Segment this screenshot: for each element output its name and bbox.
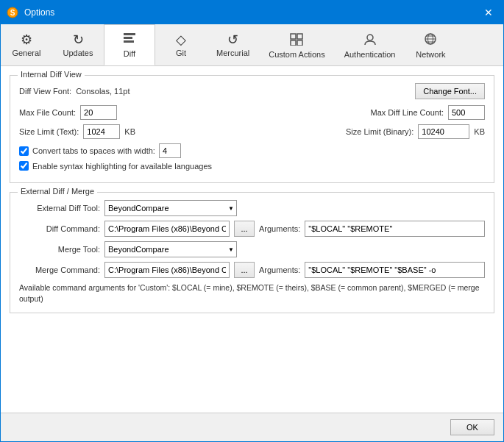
merge-command-label: Merge Command: <box>19 265 100 274</box>
font-label: Diff View Font: <box>19 87 71 96</box>
diff-command-browse-button[interactable]: ... <box>234 221 255 237</box>
font-value: Consolas, 11pt <box>76 87 129 96</box>
max-diff-line-label: Max Diff Line Count: <box>371 108 444 117</box>
diff-icon <box>122 32 137 47</box>
svg-rect-8 <box>297 40 302 46</box>
internal-diff-section: Internal Diff View Diff View Font: Conso… <box>10 75 494 183</box>
ok-button[interactable]: OK <box>450 419 494 435</box>
syntax-highlight-label: Enable syntax highlighting for available… <box>32 162 212 171</box>
size-limit-binary-input[interactable] <box>418 124 469 139</box>
convert-tabs-label: Convert tabs to spaces with width: <box>32 146 155 155</box>
tab-custom-actions[interactable]: Custom Actions <box>259 24 334 65</box>
app-icon: S <box>7 7 18 18</box>
content-area: Internal Diff View Diff View Font: Conso… <box>1 66 503 413</box>
network-icon <box>423 32 438 48</box>
tab-network[interactable]: Network <box>405 24 456 65</box>
tab-diff[interactable]: Diff <box>104 24 155 65</box>
git-icon: ◇ <box>176 33 186 46</box>
svg-rect-2 <box>124 33 135 35</box>
merge-arguments-label: Arguments: <box>259 265 300 274</box>
mercurial-icon: ↺ <box>227 33 238 46</box>
tab-mercurial[interactable]: ↺ Mercurial <box>207 24 259 65</box>
font-row: Diff View Font: Consolas, 11pt Change Fo… <box>19 83 485 99</box>
merge-arguments-input[interactable] <box>305 262 485 278</box>
tab-authentication-label: Authentication <box>344 50 396 59</box>
diff-command-row: Diff Command: ... Arguments: <box>19 221 485 237</box>
external-diff-title: External Diff / Merge <box>18 187 97 196</box>
footer: OK <box>1 413 503 441</box>
merge-tool-select[interactable]: BeyondCompare <box>104 241 237 257</box>
tab-network-label: Network <box>416 50 445 59</box>
diff-tool-dropdown-wrapper: BeyondCompare ▼ <box>104 200 237 216</box>
counts-row: Max File Count: Max Diff Line Count: <box>19 105 485 120</box>
size-limit-binary-unit: KB <box>474 127 485 136</box>
tab-diff-label: Diff <box>124 49 135 58</box>
tab-git-label: Git <box>176 49 186 57</box>
convert-tabs-checkbox[interactable] <box>19 146 29 156</box>
diff-arguments-input[interactable] <box>305 221 485 237</box>
svg-rect-3 <box>124 37 132 39</box>
diff-tool-label: External Diff Tool: <box>19 204 100 213</box>
tab-git[interactable]: ◇ Git <box>155 24 207 65</box>
title-bar: S Options ✕ <box>1 1 503 24</box>
tab-general[interactable]: ⚙ General <box>1 24 52 65</box>
custom-actions-icon <box>289 32 304 48</box>
syntax-highlight-checkbox[interactable] <box>19 161 29 171</box>
size-limit-text-unit: KB <box>124 127 135 136</box>
merge-command-browse-button[interactable]: ... <box>234 262 255 278</box>
tab-updates[interactable]: ↻ Updates <box>52 24 104 65</box>
authentication-icon <box>363 32 377 48</box>
size-limits-row: Size Limit (Text): KB Size Limit (Binary… <box>19 124 485 139</box>
size-limit-text-label: Size Limit (Text): <box>19 127 79 136</box>
diff-tool-row: External Diff Tool: BeyondCompare ▼ <box>19 200 485 216</box>
merge-command-input[interactable] <box>104 262 230 278</box>
tab-authentication[interactable]: Authentication <box>335 24 405 65</box>
hint-text: Available command arguments for 'Custom'… <box>19 282 485 304</box>
tab-general-label: General <box>12 49 40 57</box>
tabs-width-input[interactable] <box>159 143 181 158</box>
tab-bar: ⚙ General ↻ Updates Diff ◇ Git ↺ Mercuri… <box>1 24 503 66</box>
tab-updates-label: Updates <box>63 49 93 57</box>
diff-command-input[interactable] <box>104 221 230 237</box>
close-button[interactable]: ✕ <box>480 4 497 21</box>
syntax-highlight-row: Enable syntax highlighting for available… <box>19 161 485 171</box>
svg-rect-6 <box>297 34 302 39</box>
window-title: Options <box>24 7 480 18</box>
svg-rect-4 <box>124 40 134 43</box>
max-file-count-label: Max File Count: <box>19 108 76 117</box>
size-limit-text-input[interactable] <box>83 124 120 139</box>
merge-tool-label: Merge Tool: <box>19 245 100 254</box>
general-icon: ⚙ <box>21 33 32 46</box>
tab-mercurial-label: Mercurial <box>216 49 249 57</box>
merge-tool-dropdown-wrapper: BeyondCompare ▼ <box>104 241 237 257</box>
diff-arguments-label: Arguments: <box>259 224 300 233</box>
max-diff-line-input[interactable] <box>448 105 485 120</box>
diff-command-label: Diff Command: <box>19 224 100 233</box>
size-limit-binary-label: Size Limit (Binary): <box>346 127 414 136</box>
updates-icon: ↻ <box>73 33 84 46</box>
svg-rect-7 <box>291 40 296 46</box>
internal-diff-title: Internal Diff View <box>18 70 85 79</box>
svg-rect-5 <box>291 34 296 39</box>
external-diff-section: External Diff / Merge External Diff Tool… <box>10 192 494 313</box>
options-window: S Options ✕ ⚙ General ↻ Updates Diff <box>0 0 504 442</box>
diff-tool-select[interactable]: BeyondCompare <box>104 200 237 216</box>
max-file-count-input[interactable] <box>80 105 117 120</box>
change-font-button[interactable]: Change Font... <box>415 83 485 99</box>
svg-point-9 <box>367 35 373 40</box>
merge-command-row: Merge Command: ... Arguments: <box>19 262 485 278</box>
merge-tool-row: Merge Tool: BeyondCompare ▼ <box>19 241 485 257</box>
convert-tabs-row: Convert tabs to spaces with width: <box>19 143 485 158</box>
tab-custom-actions-label: Custom Actions <box>269 50 324 59</box>
svg-text:S: S <box>10 9 15 17</box>
